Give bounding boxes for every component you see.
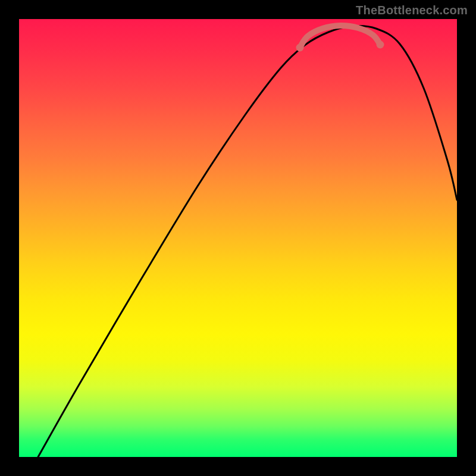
watermark-text: TheBottleneck.com bbox=[356, 4, 468, 17]
marker-dot-right bbox=[377, 41, 384, 49]
chart-stage: TheBottleneck.com bbox=[0, 0, 476, 476]
curve-layer bbox=[19, 19, 457, 457]
bottleneck-curve bbox=[38, 26, 457, 457]
marker-dot-left bbox=[296, 44, 304, 52]
plot-area bbox=[19, 19, 457, 457]
